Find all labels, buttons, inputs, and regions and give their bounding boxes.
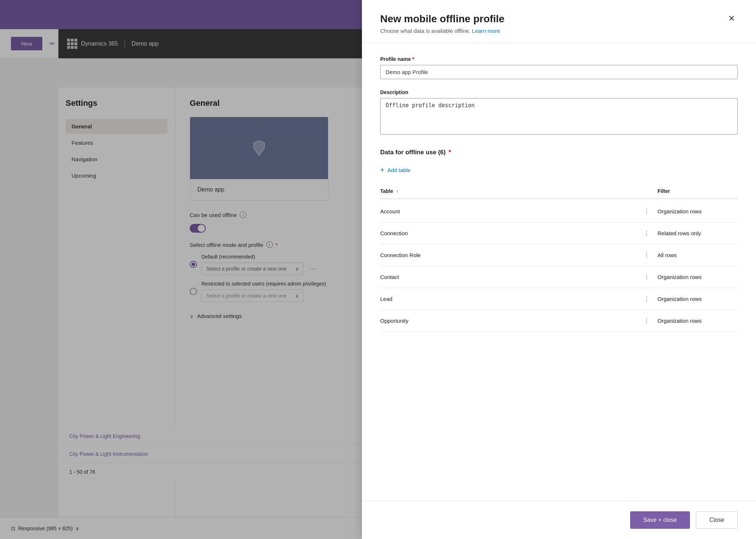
profile-name-label: Profile name * [380,56,738,62]
table-cell-name: Contact [380,274,636,280]
row-actions-dots[interactable]: ⋮ [641,228,653,238]
table-row: Connection ⋮ Related rows only [380,222,738,244]
profile-name-input[interactable] [380,65,738,79]
row-actions-dots[interactable]: ⋮ [641,316,653,326]
table-row: Lead ⋮ Organization rows [380,288,738,310]
table-cell-filter: Organization rows [657,208,738,214]
col-table-header: Table ↑ [380,188,636,194]
panel-footer: Save + close Close [362,501,756,539]
col-actions-header [636,188,657,194]
row-actions-dots[interactable]: ⋮ [641,206,653,216]
table-cell-name: Connection [380,230,636,236]
table-cell-name: Connection Role [380,252,636,258]
table-cell-filter: Organization rows [657,274,738,280]
table-row-actions: ⋮ [636,228,657,238]
table-cell-filter: All rows [657,252,738,258]
table-cell-filter: Organization rows [657,318,738,324]
table-cell-filter: Related rows only [657,230,738,236]
table-row-actions: ⋮ [636,272,657,282]
panel-title: New mobile offline profile [380,13,505,25]
panel-header-content: New mobile offline profile Choose what d… [380,13,505,34]
panel-close-button[interactable]: ✕ [725,13,738,24]
table-row-actions: ⋮ [636,250,657,260]
table-cell-name: Lead [380,296,636,302]
panel-header: New mobile offline profile Choose what d… [362,0,756,43]
row-actions-dots[interactable]: ⋮ [641,272,653,282]
table-row-actions: ⋮ [636,316,657,326]
close-action-button[interactable]: Close [696,511,738,529]
table-header: Table ↑ Filter [380,184,738,199]
panel-body: Profile name * Description Offline profi… [362,43,756,501]
new-profile-panel: New mobile offline profile Choose what d… [362,0,756,539]
profile-name-required: * [412,56,414,62]
add-icon: + [380,166,385,174]
table-cell-name: Opportunity [380,318,636,324]
add-table-label: Add table [387,167,410,173]
table-row: Contact ⋮ Organization rows [380,266,738,288]
description-input[interactable]: Offline profile description [380,98,738,135]
table-row-actions: ⋮ [636,294,657,304]
sort-icon[interactable]: ↑ [396,189,398,194]
description-label: Description [380,89,738,95]
table-row: Connection Role ⋮ All rows [380,244,738,266]
col-filter-header: Filter [657,188,738,194]
table-row: Opportunity ⋮ Organization rows [380,310,738,332]
table-cell-name: Account [380,208,636,214]
panel-subtitle: Choose what data is available offline. L… [380,28,505,34]
add-table-button[interactable]: + Add table [380,163,410,177]
panel-subtitle-text: Choose what data is available offline. [380,28,470,34]
save-close-button[interactable]: Save + close [630,511,690,529]
table-row-actions: ⋮ [636,206,657,216]
table-row: Account ⋮ Organization rows [380,201,738,222]
table-cell-filter: Organization rows [657,296,738,302]
data-section-title: Data for offline use (6) * [380,149,738,156]
learn-more-link[interactable]: Learn more [472,28,500,34]
row-actions-dots[interactable]: ⋮ [641,294,653,304]
row-actions-dots[interactable]: ⋮ [641,250,653,260]
